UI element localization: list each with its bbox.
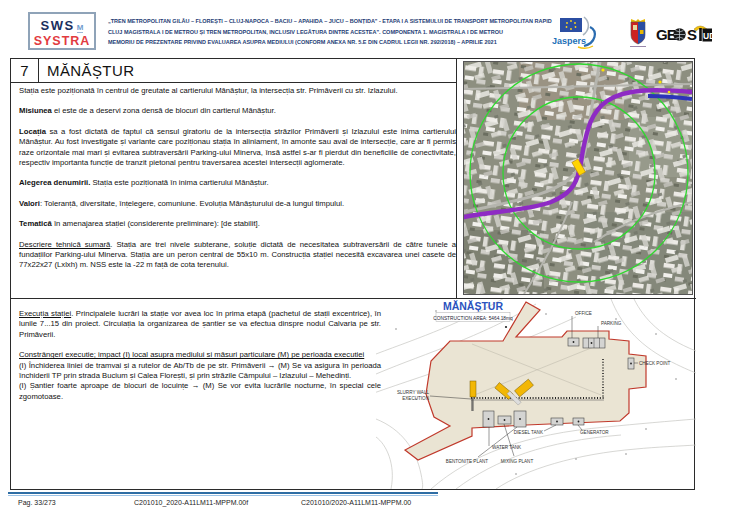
execution-text: Execuția stației. Principalele lucrări l… xyxy=(19,309,381,412)
column-divider xyxy=(456,59,457,298)
paragraph: Misiunea ei este de a deservi zona densă… xyxy=(19,106,456,116)
sws-m-icon: M xyxy=(77,23,84,33)
satellite-location-map xyxy=(463,61,693,295)
office-label: OFFICE xyxy=(575,311,592,316)
sws-logo-top: SWSM xyxy=(30,16,94,34)
paragraph: Tematică în amenajarea stației (consider… xyxy=(19,219,456,229)
document-code-1: C201010_2020-A11LM11-MPPM.00f xyxy=(134,499,248,506)
cluj-coat-of-arms-icon xyxy=(629,18,647,48)
construction-site-plan: MĂNĂȘTUR CONSTRUCTION AREA: 5464.18mq OF… xyxy=(376,299,696,489)
document-header-title: „TREN METROPOLITAN GILĂU – FLOREȘTI – CL… xyxy=(108,16,548,48)
paragraph: Locația sa a fost dictată de faptul că s… xyxy=(19,127,456,169)
generator-label: GENERATOR xyxy=(580,430,609,435)
header-line-2: CLUJ MAGISTRALA I DE METROU ȘI TREN METR… xyxy=(108,27,548,38)
station-name-title: MĂNĂȘTUR xyxy=(39,59,456,83)
header-line-3: MEMORIU DE PREZENTARE PRIVIND EVALUAREA … xyxy=(108,37,548,48)
mixing-plant-label: MIXING PLANT xyxy=(501,459,534,464)
paragraph: Execuția stației. Principalele lucrări l… xyxy=(19,309,381,340)
paragraph: Valori: Toleranță, diversitate, înțelege… xyxy=(19,199,456,209)
diesel-tank-label: DIESEL TANK xyxy=(514,430,544,435)
bentonite-plant-label: BENTONITE PLANT xyxy=(446,459,488,464)
document-code-2: C201010/2020-A11LM11-MPPM.00 xyxy=(301,499,411,506)
paragraph: Descriere tehnică sumară. Stația are tre… xyxy=(19,240,456,271)
paragraph: Alegerea denumirii. Stația este pozițion… xyxy=(19,178,456,188)
page-frame: 7 MĂNĂȘTUR Stația este poziționată în ce… xyxy=(10,58,695,490)
page-number: Pag. 33/273 xyxy=(18,499,56,506)
diagram-title: MĂNĂȘTUR xyxy=(443,300,503,312)
geostud-ud: UD xyxy=(703,31,712,41)
sws-systra-logo: SWSM SYSTRA xyxy=(28,12,96,50)
slurry-wall-label-2: EXECUTION xyxy=(402,396,429,401)
paragraph: Constrângeri execuție; impact (I) local … xyxy=(19,350,381,402)
jaspers-eu-logo: Jaspers xyxy=(550,15,604,51)
geostud-logo: GE S UD xyxy=(656,24,712,44)
parking-label: PARKING xyxy=(601,321,622,326)
station-number: 7 xyxy=(11,59,39,83)
diagram-subtitle: CONSTRUCTION AREA: 5464.18mq xyxy=(433,316,513,321)
description-text: Stația este poziționată în centrul de gr… xyxy=(19,86,456,281)
jaspers-label: Jaspers xyxy=(552,36,586,46)
jaspers-swoosh-icon xyxy=(583,17,588,35)
check-point-label: CHECK POINT xyxy=(639,361,671,366)
header-line-1: „TREN METROPOLITAN GILĂU – FLOREȘTI – CL… xyxy=(108,16,548,27)
sws-logo-bottom: SYSTRA xyxy=(30,34,94,49)
footer-rule xyxy=(8,492,438,496)
water-tank-label: WATER TANK xyxy=(492,445,522,450)
paragraph: Stația este poziționată în centrul de gr… xyxy=(19,86,456,96)
slurry-wall-label-1: SLURRY WALL xyxy=(397,390,430,395)
